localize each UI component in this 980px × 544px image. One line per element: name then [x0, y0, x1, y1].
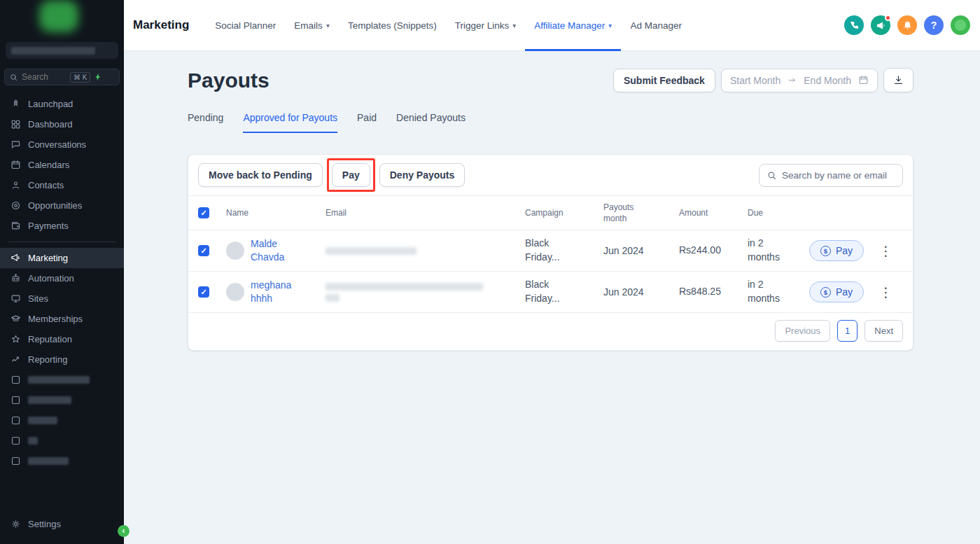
help-button[interactable] — [924, 15, 944, 35]
bolt-icon[interactable] — [94, 73, 102, 81]
dollar-icon — [820, 246, 831, 256]
shortcut-badge: ⌘ K — [70, 72, 90, 83]
robot-icon — [10, 273, 21, 284]
sidebar-item-redacted-4[interactable] — [0, 431, 124, 451]
row-pay-button[interactable]: Pay — [809, 240, 864, 261]
tab-denied-payouts[interactable]: Denied Payouts — [396, 112, 465, 133]
row-checkbox[interactable] — [198, 245, 209, 256]
sidebar-item-calendars[interactable]: Calendars — [0, 155, 124, 175]
due-cell: in 2 months — [748, 278, 780, 305]
account-switcher[interactable] — [6, 42, 118, 59]
phone-icon — [849, 20, 860, 31]
topbar-title: Marketing — [133, 18, 189, 32]
table-row: meghana hhhh Black Friday... Jun 2024 Rs… — [188, 272, 913, 313]
workspace-logo[interactable] — [0, 0, 124, 36]
sidebar-search[interactable]: ⌘ K — [4, 69, 120, 85]
sidebar-item-opportunities[interactable]: Opportunities — [0, 195, 124, 216]
sidebar-search-input[interactable] — [22, 72, 66, 82]
dollar-icon — [820, 287, 831, 298]
tab-pending[interactable]: Pending — [188, 112, 223, 133]
sidebar-collapse-button[interactable] — [118, 525, 130, 537]
sidebar-item-marketing[interactable]: Marketing — [0, 248, 124, 268]
main-area: Marketing Social Planner Emails Template… — [124, 0, 980, 544]
sidebar-item-launchpad[interactable]: Launchpad — [0, 94, 124, 114]
sidebar-item-settings[interactable]: Settings — [0, 514, 124, 534]
due-cell: in 2 months — [748, 237, 780, 264]
tab-approved-for-payouts[interactable]: Approved for Payouts — [243, 112, 337, 133]
calendar-icon — [858, 75, 869, 85]
sidebar-divider — [8, 242, 115, 242]
notifications-button[interactable] — [897, 15, 917, 35]
column-header-name: Name — [226, 207, 326, 218]
tab-templates-snippets[interactable]: Templates (Snippets) — [339, 0, 446, 51]
affiliate-name-link[interactable]: meghana hhhh — [251, 279, 305, 305]
sidebar-item-redacted-5[interactable] — [0, 451, 124, 471]
phone-button[interactable] — [844, 15, 864, 35]
payout-month-cell: Jun 2024 — [603, 286, 679, 298]
calendar-icon — [10, 160, 21, 170]
tab-paid[interactable]: Paid — [357, 112, 377, 133]
notification-dot — [885, 15, 891, 21]
next-page-button[interactable]: Next — [864, 320, 903, 342]
column-header-campaign: Campaign — [525, 207, 603, 218]
topbar-icons — [844, 15, 970, 35]
submit-feedback-button[interactable]: Submit Feedback — [613, 69, 715, 92]
topbar-tabs: Social Planner Emails Templates (Snippet… — [206, 0, 691, 51]
month-range-picker[interactable]: Start Month End Month — [721, 69, 878, 92]
tab-trigger-links[interactable]: Trigger Links — [446, 0, 526, 51]
column-header-amount: Amount — [679, 207, 748, 218]
sidebar-item-memberships[interactable]: Memberships — [0, 309, 124, 329]
page-title: Payouts — [188, 69, 270, 92]
select-all-checkbox[interactable] — [198, 207, 209, 218]
sidebar-item-payments[interactable]: Payments — [0, 216, 124, 236]
page-actions: Submit Feedback Start Month End Month — [613, 68, 913, 92]
sidebar-item-reporting[interactable]: Reporting — [0, 349, 124, 370]
tab-ad-manager[interactable]: Ad Manager — [621, 0, 691, 51]
pay-button[interactable]: Pay — [332, 163, 370, 187]
move-back-to-pending-button[interactable]: Move back to Pending — [198, 163, 323, 187]
megaphone-icon — [876, 20, 886, 31]
monitor-icon — [10, 293, 21, 304]
pagination: Previous 1 Next — [188, 313, 913, 350]
sidebar-item-conversations[interactable]: Conversations — [0, 134, 124, 155]
user-avatar[interactable] — [951, 15, 970, 35]
tab-affiliate-manager[interactable]: Affiliate Manager — [525, 0, 621, 51]
sidebar-item-dashboard[interactable]: Dashboard — [0, 114, 124, 134]
account-name-redacted — [11, 47, 95, 55]
table-search[interactable] — [759, 164, 903, 187]
row-menu-icon[interactable] — [879, 244, 892, 258]
chart-icon — [10, 354, 21, 365]
row-pay-button[interactable]: Pay — [809, 281, 864, 302]
deny-payouts-button[interactable]: Deny Payouts — [379, 163, 465, 187]
sidebar-footer: Settings — [0, 514, 124, 534]
row-checkbox[interactable] — [198, 286, 209, 298]
payout-month-cell: Jun 2024 — [603, 245, 679, 256]
affiliate-avatar — [226, 283, 244, 301]
sidebar-item-automation[interactable]: Automation — [0, 268, 124, 288]
sidebar-item-redacted-2[interactable] — [0, 390, 124, 410]
table-row: Malde Chavda Black Friday... Jun 2024 Rs… — [188, 230, 913, 272]
target-icon — [10, 200, 21, 211]
tab-social-planner[interactable]: Social Planner — [206, 0, 285, 51]
wallet-icon — [10, 221, 21, 231]
app-icon — [10, 435, 21, 446]
page-number-button[interactable]: 1 — [837, 320, 858, 342]
affiliate-name-link[interactable]: Malde Chavda — [251, 237, 305, 264]
dashboard-icon — [10, 119, 21, 130]
topbar: Marketing Social Planner Emails Template… — [124, 0, 980, 51]
start-month-placeholder: Start Month — [730, 75, 780, 86]
arrow-right-icon — [788, 76, 797, 85]
sidebar-item-sites[interactable]: Sites — [0, 288, 124, 309]
sidebar-item-reputation[interactable]: Reputation — [0, 329, 124, 349]
announcements-button[interactable] — [871, 15, 890, 35]
sidebar-item-redacted-1[interactable] — [0, 370, 124, 390]
sidebar-item-contacts[interactable]: Contacts — [0, 175, 124, 195]
table-search-input[interactable] — [782, 170, 895, 181]
previous-page-button[interactable]: Previous — [775, 320, 830, 342]
export-button[interactable] — [883, 68, 913, 92]
column-header-payouts-month: Payouts month — [603, 202, 640, 224]
tab-emails[interactable]: Emails — [285, 0, 339, 51]
sidebar-item-redacted-3[interactable] — [0, 410, 124, 431]
row-menu-icon[interactable] — [879, 285, 892, 300]
app-icon — [10, 395, 21, 405]
